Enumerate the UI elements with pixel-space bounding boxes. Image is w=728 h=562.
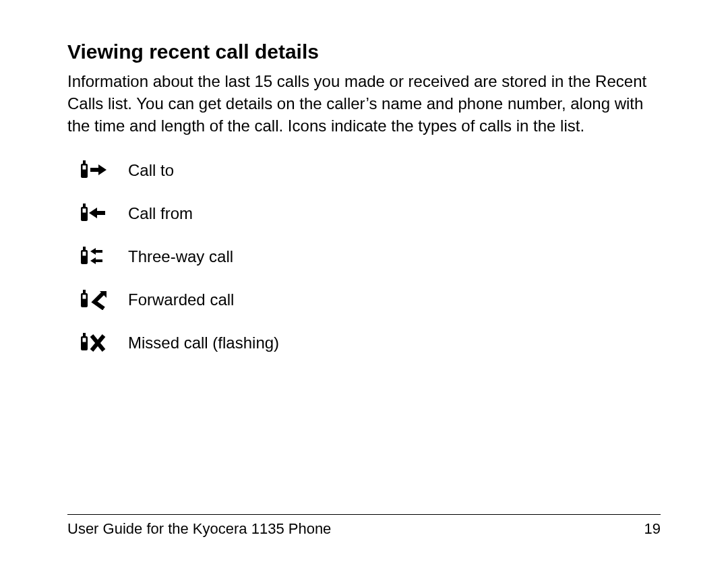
svg-rect-17 xyxy=(83,290,86,293)
call-from-icon xyxy=(81,204,128,224)
legend-row-forwarded: Forwarded call xyxy=(81,286,661,313)
body-paragraph: Information about the last 15 calls you … xyxy=(67,70,661,137)
missed-call-icon xyxy=(81,333,128,353)
document-page: Viewing recent call details Information … xyxy=(0,0,728,562)
svg-rect-19 xyxy=(83,295,86,299)
svg-rect-2 xyxy=(83,166,86,170)
forwarded-call-icon xyxy=(81,290,128,310)
legend-row-call-to: Call to xyxy=(81,157,661,184)
svg-marker-16 xyxy=(90,257,96,264)
svg-rect-3 xyxy=(90,168,98,172)
legend-label: Call to xyxy=(128,161,174,180)
footer-page-number: 19 xyxy=(644,520,661,538)
legend-row-call-from: Call from xyxy=(81,200,661,227)
svg-rect-21 xyxy=(83,333,86,336)
three-way-call-icon xyxy=(81,247,128,267)
svg-rect-5 xyxy=(83,204,86,207)
svg-rect-15 xyxy=(96,259,102,262)
svg-rect-8 xyxy=(97,211,105,215)
svg-rect-23 xyxy=(83,338,86,342)
svg-rect-7 xyxy=(83,209,86,213)
svg-marker-14 xyxy=(90,248,96,255)
legend-label: Call from xyxy=(128,204,193,223)
page-footer: User Guide for the Kyocera 1135 Phone 19 xyxy=(67,514,661,538)
legend-label: Missed call (flashing) xyxy=(128,334,279,352)
footer-rule xyxy=(67,514,661,515)
svg-rect-0 xyxy=(83,160,86,164)
svg-marker-9 xyxy=(89,208,97,218)
legend-label: Three-way call xyxy=(128,247,233,266)
legend-label: Forwarded call xyxy=(128,290,234,309)
svg-rect-12 xyxy=(83,252,86,256)
svg-rect-13 xyxy=(96,250,102,253)
icon-legend-list: Call to Call from xyxy=(67,157,661,356)
section-heading: Viewing recent call details xyxy=(67,40,661,63)
svg-marker-4 xyxy=(98,164,107,175)
svg-rect-10 xyxy=(83,247,86,250)
legend-row-three-way: Three-way call xyxy=(81,243,661,270)
call-to-icon xyxy=(81,160,128,181)
footer-title: User Guide for the Kyocera 1135 Phone xyxy=(67,520,331,538)
legend-row-missed: Missed call (flashing) xyxy=(81,330,661,356)
